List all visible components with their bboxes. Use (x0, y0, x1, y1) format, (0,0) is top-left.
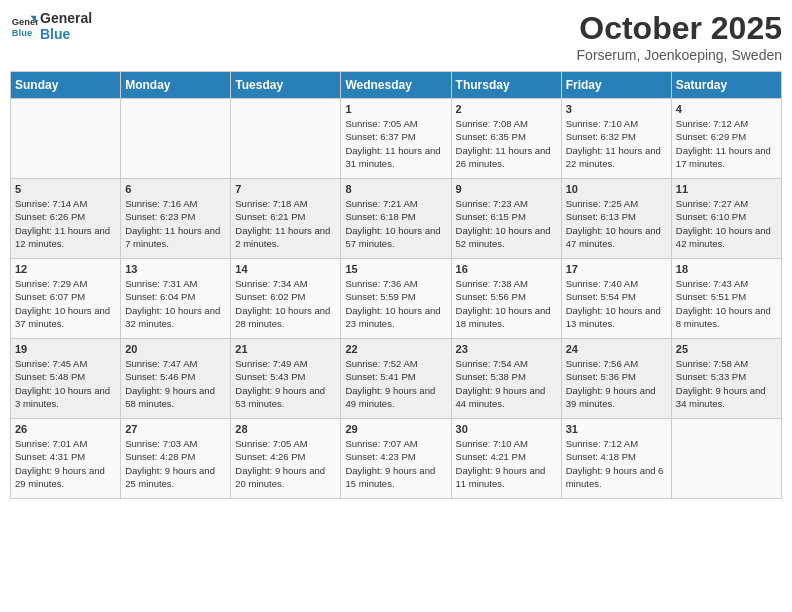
day-number: 22 (345, 343, 446, 355)
day-info: Sunrise: 7:16 AM Sunset: 6:23 PM Dayligh… (125, 197, 226, 250)
day-cell: 31Sunrise: 7:12 AM Sunset: 4:18 PM Dayli… (561, 419, 671, 499)
weekday-header-saturday: Saturday (671, 72, 781, 99)
day-number: 23 (456, 343, 557, 355)
day-info: Sunrise: 7:58 AM Sunset: 5:33 PM Dayligh… (676, 357, 777, 410)
weekday-header-sunday: Sunday (11, 72, 121, 99)
day-cell: 11Sunrise: 7:27 AM Sunset: 6:10 PM Dayli… (671, 179, 781, 259)
day-info: Sunrise: 7:12 AM Sunset: 4:18 PM Dayligh… (566, 437, 667, 490)
day-cell: 19Sunrise: 7:45 AM Sunset: 5:48 PM Dayli… (11, 339, 121, 419)
day-info: Sunrise: 7:36 AM Sunset: 5:59 PM Dayligh… (345, 277, 446, 330)
day-number: 28 (235, 423, 336, 435)
weekday-header-tuesday: Tuesday (231, 72, 341, 99)
day-number: 12 (15, 263, 116, 275)
day-number: 31 (566, 423, 667, 435)
day-number: 25 (676, 343, 777, 355)
logo-general: General (40, 10, 92, 26)
day-info: Sunrise: 7:08 AM Sunset: 6:35 PM Dayligh… (456, 117, 557, 170)
day-number: 8 (345, 183, 446, 195)
day-number: 26 (15, 423, 116, 435)
day-info: Sunrise: 7:03 AM Sunset: 4:28 PM Dayligh… (125, 437, 226, 490)
week-row-4: 19Sunrise: 7:45 AM Sunset: 5:48 PM Dayli… (11, 339, 782, 419)
day-number: 27 (125, 423, 226, 435)
weekday-header-wednesday: Wednesday (341, 72, 451, 99)
weekday-header-friday: Friday (561, 72, 671, 99)
day-info: Sunrise: 7:21 AM Sunset: 6:18 PM Dayligh… (345, 197, 446, 250)
day-cell: 1Sunrise: 7:05 AM Sunset: 6:37 PM Daylig… (341, 99, 451, 179)
day-cell (671, 419, 781, 499)
day-info: Sunrise: 7:29 AM Sunset: 6:07 PM Dayligh… (15, 277, 116, 330)
day-number: 9 (456, 183, 557, 195)
calendar-table: SundayMondayTuesdayWednesdayThursdayFrid… (10, 71, 782, 499)
svg-text:Blue: Blue (12, 28, 32, 38)
day-cell: 10Sunrise: 7:25 AM Sunset: 6:13 PM Dayli… (561, 179, 671, 259)
day-cell (11, 99, 121, 179)
day-number: 11 (676, 183, 777, 195)
day-number: 13 (125, 263, 226, 275)
day-info: Sunrise: 7:43 AM Sunset: 5:51 PM Dayligh… (676, 277, 777, 330)
day-cell: 23Sunrise: 7:54 AM Sunset: 5:38 PM Dayli… (451, 339, 561, 419)
day-cell: 7Sunrise: 7:18 AM Sunset: 6:21 PM Daylig… (231, 179, 341, 259)
day-info: Sunrise: 7:23 AM Sunset: 6:15 PM Dayligh… (456, 197, 557, 250)
day-info: Sunrise: 7:18 AM Sunset: 6:21 PM Dayligh… (235, 197, 336, 250)
day-info: Sunrise: 7:31 AM Sunset: 6:04 PM Dayligh… (125, 277, 226, 330)
day-info: Sunrise: 7:56 AM Sunset: 5:36 PM Dayligh… (566, 357, 667, 410)
day-info: Sunrise: 7:10 AM Sunset: 6:32 PM Dayligh… (566, 117, 667, 170)
day-number: 14 (235, 263, 336, 275)
day-number: 10 (566, 183, 667, 195)
day-info: Sunrise: 7:52 AM Sunset: 5:41 PM Dayligh… (345, 357, 446, 410)
week-row-1: 1Sunrise: 7:05 AM Sunset: 6:37 PM Daylig… (11, 99, 782, 179)
day-number: 24 (566, 343, 667, 355)
day-cell: 18Sunrise: 7:43 AM Sunset: 5:51 PM Dayli… (671, 259, 781, 339)
day-number: 21 (235, 343, 336, 355)
day-number: 3 (566, 103, 667, 115)
day-cell: 24Sunrise: 7:56 AM Sunset: 5:36 PM Dayli… (561, 339, 671, 419)
calendar-body: 1Sunrise: 7:05 AM Sunset: 6:37 PM Daylig… (11, 99, 782, 499)
day-cell: 28Sunrise: 7:05 AM Sunset: 4:26 PM Dayli… (231, 419, 341, 499)
day-cell (231, 99, 341, 179)
day-cell: 8Sunrise: 7:21 AM Sunset: 6:18 PM Daylig… (341, 179, 451, 259)
day-number: 19 (15, 343, 116, 355)
title-block: October 2025 Forserum, Joenkoeping, Swed… (577, 10, 782, 63)
day-number: 30 (456, 423, 557, 435)
day-cell: 27Sunrise: 7:03 AM Sunset: 4:28 PM Dayli… (121, 419, 231, 499)
logo-blue: Blue (40, 26, 92, 42)
day-cell: 3Sunrise: 7:10 AM Sunset: 6:32 PM Daylig… (561, 99, 671, 179)
day-cell: 26Sunrise: 7:01 AM Sunset: 4:31 PM Dayli… (11, 419, 121, 499)
day-cell: 16Sunrise: 7:38 AM Sunset: 5:56 PM Dayli… (451, 259, 561, 339)
day-info: Sunrise: 7:01 AM Sunset: 4:31 PM Dayligh… (15, 437, 116, 490)
day-number: 2 (456, 103, 557, 115)
day-info: Sunrise: 7:14 AM Sunset: 6:26 PM Dayligh… (15, 197, 116, 250)
weekday-header-monday: Monday (121, 72, 231, 99)
day-number: 4 (676, 103, 777, 115)
day-cell: 13Sunrise: 7:31 AM Sunset: 6:04 PM Dayli… (121, 259, 231, 339)
month-title: October 2025 (577, 10, 782, 47)
day-cell: 6Sunrise: 7:16 AM Sunset: 6:23 PM Daylig… (121, 179, 231, 259)
day-info: Sunrise: 7:54 AM Sunset: 5:38 PM Dayligh… (456, 357, 557, 410)
day-number: 16 (456, 263, 557, 275)
day-info: Sunrise: 7:45 AM Sunset: 5:48 PM Dayligh… (15, 357, 116, 410)
day-cell: 15Sunrise: 7:36 AM Sunset: 5:59 PM Dayli… (341, 259, 451, 339)
week-row-2: 5Sunrise: 7:14 AM Sunset: 6:26 PM Daylig… (11, 179, 782, 259)
day-cell (121, 99, 231, 179)
day-info: Sunrise: 7:27 AM Sunset: 6:10 PM Dayligh… (676, 197, 777, 250)
day-number: 5 (15, 183, 116, 195)
day-number: 6 (125, 183, 226, 195)
weekday-header-thursday: Thursday (451, 72, 561, 99)
day-cell: 12Sunrise: 7:29 AM Sunset: 6:07 PM Dayli… (11, 259, 121, 339)
day-cell: 30Sunrise: 7:10 AM Sunset: 4:21 PM Dayli… (451, 419, 561, 499)
location: Forserum, Joenkoeping, Sweden (577, 47, 782, 63)
day-info: Sunrise: 7:07 AM Sunset: 4:23 PM Dayligh… (345, 437, 446, 490)
day-info: Sunrise: 7:12 AM Sunset: 6:29 PM Dayligh… (676, 117, 777, 170)
week-row-3: 12Sunrise: 7:29 AM Sunset: 6:07 PM Dayli… (11, 259, 782, 339)
day-info: Sunrise: 7:47 AM Sunset: 5:46 PM Dayligh… (125, 357, 226, 410)
day-info: Sunrise: 7:49 AM Sunset: 5:43 PM Dayligh… (235, 357, 336, 410)
day-cell: 21Sunrise: 7:49 AM Sunset: 5:43 PM Dayli… (231, 339, 341, 419)
day-info: Sunrise: 7:40 AM Sunset: 5:54 PM Dayligh… (566, 277, 667, 330)
logo-icon: General Blue (10, 12, 38, 40)
day-number: 1 (345, 103, 446, 115)
week-row-5: 26Sunrise: 7:01 AM Sunset: 4:31 PM Dayli… (11, 419, 782, 499)
day-number: 29 (345, 423, 446, 435)
day-number: 18 (676, 263, 777, 275)
day-cell: 25Sunrise: 7:58 AM Sunset: 5:33 PM Dayli… (671, 339, 781, 419)
day-number: 20 (125, 343, 226, 355)
